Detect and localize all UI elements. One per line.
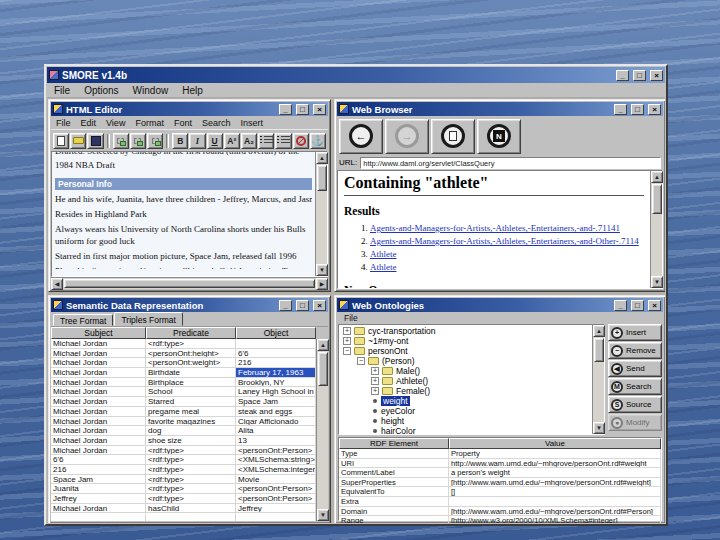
table-row[interactable]: Michael JordandogAlita (51, 426, 316, 436)
expand-icon[interactable]: + (343, 337, 351, 345)
table-row[interactable]: Jeffrey<rdf:type><personOnt:Person> (51, 494, 316, 504)
close-button[interactable]: × (648, 300, 661, 311)
table-cell[interactable]: Michael Jordan (51, 397, 146, 406)
table-cell[interactable]: <personOnt:Person> (236, 446, 316, 455)
tree-item-female-[interactable]: +Female() (339, 386, 592, 396)
editor-menu-file[interactable]: File (51, 118, 76, 128)
column-header-rdf-element[interactable]: RDF Element (339, 438, 449, 449)
markup-property-icon[interactable] (130, 133, 146, 149)
scrollbar-thumb[interactable] (318, 352, 328, 386)
close-button[interactable]: × (650, 70, 663, 81)
tab-tree-format[interactable]: Tree Format (53, 314, 113, 326)
scroll-down-icon[interactable]: ▼ (316, 264, 328, 276)
table-cell[interactable]: <XMLSchema:string>:stri... (236, 455, 316, 464)
scroll-up-icon[interactable]: ▲ (317, 339, 329, 351)
table-cell[interactable]: Jeffrey (236, 504, 316, 513)
rdf-table-row[interactable]: Comment/Labela person's weight (339, 468, 661, 478)
rdf-table-row[interactable]: TypeProperty (339, 449, 661, 459)
maximize-button[interactable]: □ (296, 104, 309, 115)
table-row[interactable] (51, 513, 316, 521)
table-row[interactable]: 216<rdf:type><XMLSchema:integer>:in... (51, 465, 316, 475)
table-cell[interactable]: <rdf:type> (146, 455, 236, 464)
table-cell[interactable]: 13 (236, 436, 316, 445)
table-cell[interactable]: <rdf:type> (146, 465, 236, 474)
table-cell[interactable]: Space Jam (236, 397, 316, 406)
browser-titlebar[interactable]: Web Browser _ □ × (337, 102, 663, 116)
table-cell[interactable]: Michael Jordan (51, 349, 146, 358)
table-cell[interactable] (51, 513, 146, 521)
tree-vertical-scrollbar[interactable]: ▲ ▼ (592, 325, 604, 434)
table-cell[interactable]: Space Jam (51, 475, 146, 484)
table-cell[interactable]: <personOnt:Person> (236, 494, 316, 503)
table-cell[interactable]: 6'6 (51, 455, 146, 464)
bullet-list-icon[interactable] (258, 133, 274, 149)
minimize-button[interactable]: _ (616, 70, 629, 81)
close-button[interactable]: × (313, 300, 326, 311)
url-input[interactable]: http://www.daml.org/servlet/ClassQuery (360, 157, 661, 169)
scroll-down-icon[interactable]: ▼ (651, 276, 663, 288)
table-cell[interactable]: steak and eggs (236, 407, 316, 416)
table-row[interactable]: Michael JordanStarredSpace Jam (51, 397, 316, 407)
table-row[interactable]: Michael JordanSchoolLaney High School in… (51, 387, 316, 397)
table-cell[interactable]: <rdf:type> (146, 446, 236, 455)
table-cell[interactable]: <personOnt:weight> (146, 358, 236, 367)
editor-titlebar[interactable]: HTML Editor _ □ × (51, 102, 328, 116)
netscape-button[interactable]: N (477, 119, 521, 154)
table-row[interactable]: Michael Jordanshoe size13 (51, 436, 316, 446)
ontologies-titlebar[interactable]: Web Ontologies _ □ × (337, 298, 663, 312)
table-cell[interactable]: hasChild (146, 504, 236, 513)
main-titlebar[interactable]: SMORE v1.4b _ □ × (47, 67, 665, 83)
editor-menu-insert[interactable]: Insert (235, 118, 268, 128)
table-row[interactable]: Michael JordanhasChildJeffrey (51, 504, 316, 514)
table-cell[interactable]: dog (146, 426, 236, 435)
table-row[interactable]: Michael JordanBirthplaceBrooklyn, NY (51, 378, 316, 388)
rdf-table-row[interactable]: Domain[http://www.wam.umd.edu/~mhgrove/p… (339, 507, 661, 517)
table-cell[interactable]: Laney High School in Wil... (236, 387, 316, 396)
insert-button[interactable]: +Insert (608, 324, 662, 341)
column-header-object[interactable]: Object (236, 327, 316, 339)
close-button[interactable]: × (313, 104, 326, 115)
scrollbar-thumb[interactable] (317, 165, 327, 191)
table-row[interactable]: Juanita<rdf:type><personOnt:Person> (51, 484, 316, 494)
semantic-titlebar[interactable]: Semantic Data Representation _ □ × (51, 298, 328, 312)
maximize-button[interactable]: □ (631, 300, 644, 311)
bold-icon[interactable]: B (172, 133, 188, 149)
table-cell[interactable]: <XMLSchema:integer>:in... (236, 465, 316, 474)
table-cell[interactable]: Michael Jordan (51, 436, 146, 445)
result-link[interactable]: Agents-and-Managers-for-Artists,-Athlete… (370, 236, 639, 246)
main-menu-window[interactable]: Window (126, 85, 176, 96)
table-cell[interactable]: <rdf:type> (146, 484, 236, 493)
result-link[interactable]: Athlete (370, 249, 397, 259)
editor-menu-font[interactable]: Font (169, 118, 197, 128)
table-cell[interactable]: Alita (236, 426, 316, 435)
remove-button[interactable]: −Remove (608, 342, 662, 359)
table-cell[interactable]: Starred (146, 397, 236, 406)
table-cell[interactable]: pregame meal (146, 407, 236, 416)
table-cell[interactable]: Michael Jordan (51, 446, 146, 455)
minimize-button[interactable]: _ (279, 104, 292, 115)
table-cell[interactable]: Michael Jordan (51, 378, 146, 387)
ontologies-menu-file[interactable]: File (337, 313, 365, 323)
table-cell[interactable]: Brooklyn, NY (236, 378, 316, 387)
scroll-down-icon[interactable]: ▼ (593, 422, 605, 434)
table-cell[interactable]: <rdf:type> (146, 475, 236, 484)
minimize-button[interactable]: _ (279, 300, 292, 311)
rdf-table-row[interactable]: SuperProperties[http://www.wam.umd.edu/~… (339, 478, 661, 488)
column-header-value[interactable]: Value (449, 438, 661, 449)
tree-item-male-[interactable]: +Male() (339, 366, 592, 376)
table-cell[interactable]: shoe size (146, 436, 236, 445)
table-cell[interactable]: Birthplace (146, 378, 236, 387)
table-cell[interactable]: Jeffrey (51, 494, 146, 503)
table-cell[interactable]: Michael Jordan (51, 504, 146, 513)
send-button[interactable]: ◀Send (608, 360, 662, 377)
scroll-left-icon[interactable]: ◀ (51, 278, 63, 290)
table-cell[interactable]: Michael Jordan (51, 358, 146, 367)
scroll-right-icon[interactable]: ▶ (316, 278, 328, 290)
remove-markup-icon[interactable] (293, 133, 309, 149)
table-cell[interactable]: February 17, 1963 (236, 368, 316, 377)
tab-triples-format[interactable]: Triples Format (114, 312, 182, 326)
main-menu-file[interactable]: File (47, 85, 77, 96)
superscript-icon[interactable]: A² (224, 133, 240, 149)
new-document-icon[interactable] (53, 133, 69, 149)
rdf-table-row[interactable]: URIhttp://www.wam.umd.edu/~mhgrove/perso… (339, 459, 661, 469)
